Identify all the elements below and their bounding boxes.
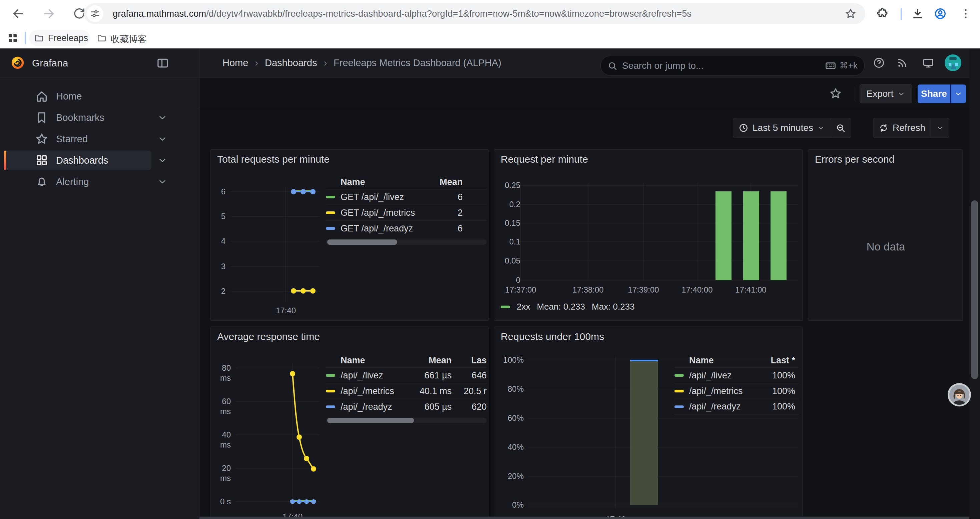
legend-table: Name Mean GET /api/_/livez 6 GET /api/_/… bbox=[326, 175, 487, 245]
refresh-interval-button[interactable] bbox=[931, 118, 949, 137]
news-button[interactable] bbox=[896, 57, 908, 69]
sidebar-item-alerting[interactable]: Alerting bbox=[0, 172, 199, 192]
legend-scrollbar[interactable] bbox=[326, 418, 487, 423]
display-button[interactable] bbox=[922, 57, 934, 69]
toolbar-divider bbox=[900, 8, 902, 20]
chevron-down-icon[interactable] bbox=[158, 177, 167, 187]
chevron-down-icon[interactable] bbox=[158, 134, 167, 144]
reload-button[interactable] bbox=[72, 7, 86, 21]
bookmark-folder-blogs[interactable]: 收藏博客 bbox=[97, 30, 160, 46]
sidebar-item-starred[interactable]: Starred bbox=[0, 129, 199, 149]
chevron-down-icon[interactable] bbox=[158, 155, 167, 165]
legend-header-name[interactable]: Name bbox=[340, 177, 423, 187]
brand-title[interactable]: Grafana bbox=[32, 48, 68, 77]
series-last: 646 bbox=[456, 370, 487, 381]
panel-title[interactable]: Request per minute bbox=[501, 153, 588, 165]
favorite-dashboard-button[interactable] bbox=[829, 87, 842, 100]
legend-header-last[interactable]: Last * bbox=[755, 355, 799, 366]
y-tick: 40% bbox=[494, 442, 524, 452]
bookmark-star-button[interactable] bbox=[845, 8, 857, 20]
apps-grid-button[interactable] bbox=[7, 32, 19, 44]
legend-row[interactable]: /api/_/readyz 100% bbox=[675, 399, 799, 414]
zoom-out-button[interactable] bbox=[830, 118, 851, 137]
breadcrumb-dashboards[interactable]: Dashboards bbox=[265, 57, 317, 69]
time-range-picker[interactable]: Last 5 minutes bbox=[733, 118, 830, 137]
legend-inline: 2xx Mean: 0.233 Max: 0.233 bbox=[501, 302, 635, 312]
series-name[interactable]: /api/_/livez bbox=[689, 370, 755, 381]
share-button[interactable]: Share bbox=[918, 85, 950, 103]
timeseries-chart[interactable] bbox=[231, 183, 319, 305]
page-scrollbar-thumb[interactable] bbox=[971, 200, 978, 379]
legend-row[interactable]: /api/_/readyz 605 µs 620 bbox=[326, 399, 487, 414]
bar-chart[interactable] bbox=[516, 183, 798, 283]
y-tick: 0% bbox=[494, 500, 524, 510]
series-name[interactable]: 2xx bbox=[517, 302, 530, 312]
sidebar-toggle-button[interactable] bbox=[156, 56, 169, 70]
refresh-label: Refresh bbox=[892, 123, 925, 133]
legend-row[interactable]: GET /api/_/livez 6 bbox=[326, 189, 487, 205]
floating-assistant-avatar[interactable] bbox=[948, 383, 971, 406]
back-button[interactable] bbox=[12, 7, 25, 21]
refresh-button[interactable]: Refresh bbox=[873, 118, 931, 137]
extensions-button[interactable] bbox=[876, 7, 889, 20]
site-settings-button[interactable] bbox=[87, 5, 103, 22]
legend-header-mean[interactable]: Mean bbox=[423, 177, 487, 187]
x-tick: 17:40 bbox=[266, 306, 306, 316]
refresh-group: Refresh bbox=[873, 118, 949, 138]
page-scrollbar[interactable] bbox=[969, 48, 980, 519]
profile-button[interactable] bbox=[934, 7, 947, 20]
browser-menu-button[interactable] bbox=[959, 7, 972, 20]
share-menu-button[interactable] bbox=[951, 85, 966, 103]
tune-icon bbox=[90, 8, 100, 19]
series-name[interactable]: GET /api/_/metrics bbox=[340, 208, 423, 218]
horizontal-scrollbar[interactable] bbox=[199, 517, 969, 519]
panel-toggle-icon bbox=[156, 56, 169, 70]
panel-title[interactable]: Errors per second bbox=[815, 153, 894, 165]
panel-title[interactable]: Total requests per minute bbox=[217, 153, 329, 165]
breadcrumb-home[interactable]: Home bbox=[223, 57, 248, 69]
legend-row[interactable]: /api/_/metrics 100% bbox=[675, 383, 799, 399]
sidebar-item-home[interactable]: Home bbox=[0, 86, 199, 106]
help-button[interactable] bbox=[873, 57, 885, 69]
url-text: grafana.mathmast.com/d/deytv4rwavabkb/fr… bbox=[113, 3, 692, 24]
legend-header-name[interactable]: Name bbox=[340, 355, 408, 366]
panel-title[interactable]: Requests under 100ms bbox=[501, 331, 604, 342]
downloads-button[interactable] bbox=[911, 7, 924, 20]
series-name[interactable]: /api/_/metrics bbox=[340, 386, 408, 396]
y-tick: 80 ms bbox=[210, 363, 231, 383]
sidebar-item-dashboards[interactable]: Dashboards bbox=[0, 151, 199, 170]
legend-row[interactable]: /api/_/livez 100% bbox=[675, 367, 799, 383]
panel-title[interactable]: Average response time bbox=[217, 331, 320, 342]
series-mean: 2 bbox=[423, 208, 487, 218]
forward-button[interactable] bbox=[42, 7, 56, 21]
series-name[interactable]: /api/_/metrics bbox=[689, 386, 755, 396]
legend-header-name[interactable]: Name bbox=[689, 355, 755, 366]
y-tick: 4 bbox=[210, 236, 226, 246]
legend-header-last[interactable]: Las bbox=[456, 355, 487, 366]
legend-scrollbar[interactable] bbox=[326, 240, 487, 245]
chevron-down-icon[interactable] bbox=[158, 113, 167, 123]
series-name[interactable]: GET /api/_/livez bbox=[340, 192, 423, 203]
sidebar-item-label: Bookmarks bbox=[56, 108, 104, 127]
series-name[interactable]: /api/_/readyz bbox=[340, 402, 408, 412]
export-button[interactable]: Export bbox=[859, 85, 912, 103]
chevron-down-icon bbox=[817, 124, 824, 132]
series-name[interactable]: GET /api/_/readyz bbox=[340, 224, 423, 234]
legend-scrollbar-thumb[interactable] bbox=[327, 240, 397, 245]
url-bar[interactable]: grafana.mathmast.com/d/deytv4rwavabkb/fr… bbox=[84, 3, 865, 24]
search-input[interactable]: Search or jump to... ⌘+k bbox=[600, 56, 865, 75]
legend-row[interactable]: GET /api/_/metrics 2 bbox=[326, 205, 487, 220]
legend-header-mean[interactable]: Mean bbox=[408, 355, 452, 366]
legend-row[interactable]: GET /api/_/readyz 6 bbox=[326, 220, 487, 236]
legend-row[interactable]: /api/_/livez 661 µs 646 bbox=[326, 367, 487, 383]
sidebar-item-bookmarks[interactable]: Bookmarks bbox=[0, 108, 199, 127]
series-name[interactable]: /api/_/livez bbox=[340, 370, 408, 381]
legend-row[interactable]: /api/_/metrics 40.1 ms 20.5 r bbox=[326, 383, 487, 399]
timeseries-chart[interactable] bbox=[236, 363, 319, 510]
grafana-logo[interactable] bbox=[10, 55, 25, 70]
legend-scrollbar-thumb[interactable] bbox=[327, 418, 414, 423]
arrow-right-icon bbox=[42, 7, 56, 21]
series-name[interactable]: /api/_/readyz bbox=[689, 401, 755, 412]
user-avatar[interactable] bbox=[945, 54, 961, 71]
bookmark-folder-freeleaps[interactable]: Freeleaps bbox=[29, 30, 90, 46]
